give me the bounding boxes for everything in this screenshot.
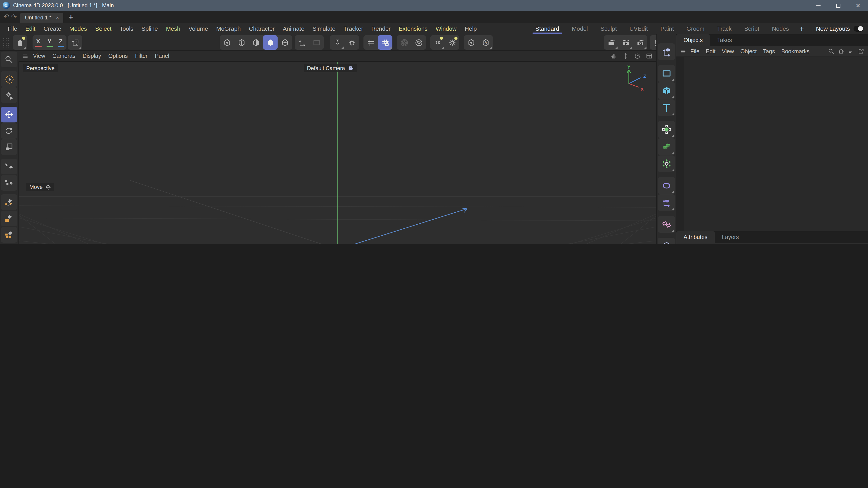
viewport-menu-item[interactable]: Filter: [131, 53, 151, 59]
pan-view-icon[interactable]: [610, 53, 618, 60]
layout-tab[interactable]: Script: [738, 23, 766, 34]
spline-pen-tool-icon[interactable]: [1, 194, 17, 210]
layout-tab[interactable]: Paint: [654, 23, 680, 34]
cloner-icon[interactable]: [658, 156, 675, 172]
close-button[interactable]: ✕: [848, 0, 868, 11]
null-object-icon[interactable]: [658, 194, 675, 211]
spline-rectangle-icon[interactable]: [658, 65, 675, 82]
xpresso-icon[interactable]: [658, 216, 675, 233]
maximize-button[interactable]: [828, 0, 848, 11]
model-mode-button[interactable]: [263, 35, 278, 50]
layout-tab[interactable]: Groom: [680, 23, 711, 34]
viewport-menu-item[interactable]: View: [29, 53, 49, 59]
layout-tab[interactable]: Model: [565, 23, 594, 34]
render-picture-viewer-button[interactable]: [618, 35, 633, 50]
falloff-button[interactable]: [397, 35, 411, 50]
filter-icon[interactable]: [848, 48, 855, 55]
menu-item[interactable]: Create: [39, 25, 65, 32]
object-axis-mode-button[interactable]: [295, 35, 309, 50]
toolbar-drag-handle[interactable]: [3, 37, 9, 47]
object-manager-menu-item[interactable]: File: [687, 48, 703, 55]
minimize-button[interactable]: [808, 0, 828, 11]
falloff-settings-button[interactable]: [411, 35, 426, 50]
panel-tab[interactable]: Attributes: [676, 231, 715, 243]
rotate-view-icon[interactable]: [634, 53, 641, 60]
menu-item[interactable]: MoGraph: [212, 25, 245, 32]
menu-item[interactable]: Extensions: [395, 25, 432, 32]
object-manager-menu-icon[interactable]: [680, 48, 686, 55]
view-label[interactable]: Perspective: [23, 64, 58, 72]
perspective-viewport[interactable]: Perspective Default Camera Move Y Z X: [19, 61, 656, 244]
grid-button[interactable]: [364, 35, 378, 50]
panel-tab[interactable]: Layers: [715, 231, 746, 243]
select-edges-mode-button[interactable]: [234, 35, 249, 50]
workplane-mode-button[interactable]: [309, 35, 324, 50]
zoom-view-icon[interactable]: [622, 53, 629, 60]
symmetry-button[interactable]: [430, 35, 445, 50]
toggle-views-icon[interactable]: [646, 53, 653, 60]
menu-item[interactable]: Spline: [137, 25, 162, 32]
live-selection-tool-icon[interactable]: [1, 71, 17, 87]
object-manager-menu-item[interactable]: Bookmarks: [778, 48, 813, 55]
menu-item[interactable]: Tracker: [340, 25, 367, 32]
coordinate-system-button[interactable]: [68, 35, 82, 50]
menu-item[interactable]: Animate: [279, 25, 308, 32]
redo-icon[interactable]: ↷: [11, 13, 17, 21]
axis-modify-tool-icon[interactable]: [1, 175, 17, 191]
object-manager-menu-item[interactable]: View: [719, 48, 737, 55]
popout-icon[interactable]: [858, 48, 864, 55]
object-manager-menu-item[interactable]: Object: [737, 48, 760, 55]
polygon-pen-tool-icon[interactable]: [1, 227, 17, 242]
menu-item[interactable]: Mesh: [162, 25, 184, 32]
subdivision-surface-icon[interactable]: [658, 121, 675, 138]
search-icon[interactable]: [828, 48, 835, 55]
layout-tab[interactable]: UVEdit: [623, 23, 654, 34]
snap-settings-button[interactable]: [344, 35, 359, 50]
render-settings-button[interactable]: [633, 35, 647, 50]
text-object-icon[interactable]: [658, 99, 675, 116]
viewport-menu-item[interactable]: Options: [105, 53, 131, 59]
cube-primitive-icon[interactable]: [658, 82, 675, 99]
render-view-button[interactable]: [604, 35, 618, 50]
menu-item[interactable]: Simulate: [308, 25, 339, 32]
viewport-menu-item[interactable]: Display: [79, 53, 105, 59]
camera-label[interactable]: Default Camera: [304, 64, 357, 72]
viewport-menu-icon[interactable]: [22, 53, 29, 59]
panel-tab[interactable]: Takes: [710, 34, 739, 46]
axis-lock-button[interactable]: Y: [44, 35, 55, 50]
close-tab-icon[interactable]: ×: [56, 15, 59, 20]
menu-item[interactable]: File: [4, 25, 21, 32]
document-tab[interactable]: Untitled 1 * ×: [20, 13, 63, 23]
add-tab-button[interactable]: +: [64, 13, 79, 23]
menu-item[interactable]: Tools: [116, 25, 137, 32]
move-tool-icon[interactable]: [1, 107, 17, 123]
deformer-icon[interactable]: [658, 177, 675, 194]
new-layouts-toggle[interactable]: [854, 26, 864, 31]
quantize-lock-button[interactable]: [378, 35, 393, 50]
camera-icon[interactable]: [348, 65, 354, 71]
volume-builder-icon[interactable]: [658, 138, 675, 155]
sky-object-icon[interactable]: ST: [658, 238, 675, 244]
workplane-button[interactable]: [13, 35, 27, 50]
menu-item[interactable]: Character: [245, 25, 279, 32]
viewport-menu-item[interactable]: Cameras: [49, 53, 79, 59]
menu-item[interactable]: Select: [91, 25, 116, 32]
modeling-settings-button[interactable]: [464, 35, 478, 50]
menu-item[interactable]: Window: [432, 25, 461, 32]
auto-modeling-button[interactable]: [478, 35, 493, 50]
object-list[interactable]: [676, 57, 868, 231]
sketch-tool-icon[interactable]: [1, 210, 17, 226]
axis-lock-button[interactable]: Z: [55, 35, 66, 50]
layout-tab[interactable]: Track: [711, 23, 738, 34]
symmetry-settings-button[interactable]: [445, 35, 459, 50]
add-layout-button[interactable]: +: [795, 25, 808, 32]
object-manager-menu-item[interactable]: Tags: [760, 48, 778, 55]
layout-tab[interactable]: Nodes: [766, 23, 795, 34]
layout-tab[interactable]: Standard: [529, 23, 565, 34]
select-points-mode-button[interactable]: [220, 35, 234, 50]
menu-item[interactable]: Render: [367, 25, 395, 32]
layout-tab[interactable]: Sculpt: [594, 23, 623, 34]
undo-icon[interactable]: ↶: [4, 13, 9, 21]
snap-button[interactable]: [330, 35, 344, 50]
menu-item[interactable]: Help: [461, 25, 481, 32]
